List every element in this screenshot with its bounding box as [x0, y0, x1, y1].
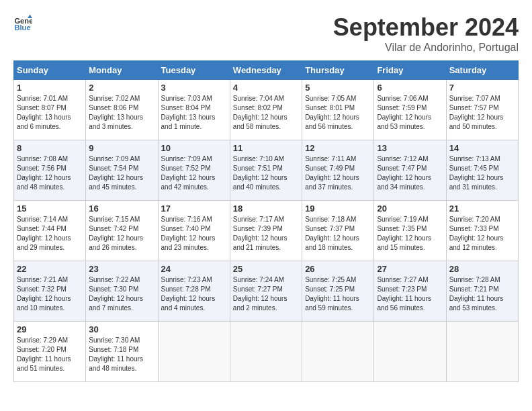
calendar-cell	[374, 322, 446, 382]
title-section: September 2024 Vilar de Andorinho, Portu…	[333, 13, 519, 54]
day-info: Sunrise: 7:18 AMSunset: 7:37 PMDaylight:…	[305, 215, 371, 253]
calendar-week-row: 15 Sunrise: 7:14 AMSunset: 7:44 PMDaylig…	[14, 201, 519, 261]
calendar-cell: 4 Sunrise: 7:04 AMSunset: 8:02 PMDayligh…	[230, 80, 302, 140]
day-number: 23	[89, 264, 154, 274]
calendar-week-row: 8 Sunrise: 7:08 AMSunset: 7:56 PMDayligh…	[14, 140, 519, 201]
calendar-cell: 11 Sunrise: 7:10 AMSunset: 7:51 PMDaylig…	[230, 140, 302, 201]
header-row: Sunday Monday Tuesday Wednesday Thursday…	[14, 61, 519, 80]
calendar-cell: 13 Sunrise: 7:12 AMSunset: 7:47 PMDaylig…	[374, 140, 446, 201]
day-number: 30	[89, 324, 154, 334]
calendar-cell: 21 Sunrise: 7:20 AMSunset: 7:33 PMDaylig…	[446, 201, 518, 261]
day-info: Sunrise: 7:10 AMSunset: 7:51 PMDaylight:…	[233, 154, 299, 192]
day-number: 26	[305, 264, 371, 274]
day-info: Sunrise: 7:30 AMSunset: 7:18 PMDaylight:…	[89, 336, 154, 373]
calendar-cell: 23 Sunrise: 7:22 AMSunset: 7:30 PMDaylig…	[86, 261, 158, 322]
day-number: 8	[17, 143, 83, 153]
day-number: 7	[449, 83, 515, 93]
calendar-cell: 1 Sunrise: 7:01 AMSunset: 8:07 PMDayligh…	[14, 80, 86, 140]
col-thursday: Thursday	[302, 61, 374, 80]
day-number: 2	[89, 83, 154, 93]
calendar-cell: 24 Sunrise: 7:23 AMSunset: 7:28 PMDaylig…	[158, 261, 230, 322]
calendar-cell	[302, 322, 374, 382]
calendar-cell: 14 Sunrise: 7:13 AMSunset: 7:45 PMDaylig…	[446, 140, 518, 201]
col-wednesday: Wednesday	[230, 61, 302, 80]
calendar-cell: 5 Sunrise: 7:05 AMSunset: 8:01 PMDayligh…	[302, 80, 374, 140]
calendar-cell: 30 Sunrise: 7:30 AMSunset: 7:18 PMDaylig…	[86, 322, 158, 382]
day-number: 12	[305, 143, 371, 153]
day-info: Sunrise: 7:07 AMSunset: 7:57 PMDaylight:…	[449, 94, 515, 132]
calendar-cell: 6 Sunrise: 7:06 AMSunset: 7:59 PMDayligh…	[374, 80, 446, 140]
day-info: Sunrise: 7:27 AMSunset: 7:23 PMDaylight:…	[377, 275, 443, 313]
day-number: 3	[161, 83, 227, 93]
calendar-cell	[158, 322, 230, 382]
calendar-cell: 20 Sunrise: 7:19 AMSunset: 7:35 PMDaylig…	[374, 201, 446, 261]
col-monday: Monday	[86, 61, 158, 80]
day-number: 9	[89, 143, 154, 153]
day-info: Sunrise: 7:08 AMSunset: 7:56 PMDaylight:…	[17, 154, 83, 192]
day-info: Sunrise: 7:16 AMSunset: 7:40 PMDaylight:…	[161, 215, 227, 253]
calendar-cell: 19 Sunrise: 7:18 AMSunset: 7:37 PMDaylig…	[302, 201, 374, 261]
calendar-cell: 15 Sunrise: 7:14 AMSunset: 7:44 PMDaylig…	[14, 201, 86, 261]
location-title: Vilar de Andorinho, Portugal	[333, 42, 519, 54]
calendar-cell: 10 Sunrise: 7:09 AMSunset: 7:52 PMDaylig…	[158, 140, 230, 201]
day-number: 27	[377, 264, 443, 274]
day-info: Sunrise: 7:15 AMSunset: 7:42 PMDaylight:…	[89, 215, 154, 253]
calendar-cell: 2 Sunrise: 7:02 AMSunset: 8:06 PMDayligh…	[86, 80, 158, 140]
day-info: Sunrise: 7:23 AMSunset: 7:28 PMDaylight:…	[161, 275, 227, 313]
logo: General Blue General Blue	[13, 13, 32, 32]
day-number: 11	[233, 143, 299, 153]
calendar-cell: 29 Sunrise: 7:29 AMSunset: 7:20 PMDaylig…	[14, 322, 86, 382]
day-number: 15	[17, 203, 83, 214]
day-info: Sunrise: 7:03 AMSunset: 8:04 PMDaylight:…	[161, 94, 227, 132]
calendar-cell: 18 Sunrise: 7:17 AMSunset: 7:39 PMDaylig…	[230, 201, 302, 261]
day-info: Sunrise: 7:21 AMSunset: 7:32 PMDaylight:…	[17, 275, 83, 313]
calendar-table: Sunday Monday Tuesday Wednesday Thursday…	[13, 60, 519, 382]
calendar-cell: 9 Sunrise: 7:09 AMSunset: 7:54 PMDayligh…	[86, 140, 158, 201]
calendar-cell	[230, 322, 302, 382]
day-info: Sunrise: 7:06 AMSunset: 7:59 PMDaylight:…	[377, 94, 443, 132]
day-number: 24	[161, 264, 227, 274]
calendar-cell	[446, 322, 518, 382]
day-number: 25	[233, 264, 299, 274]
col-saturday: Saturday	[446, 61, 518, 80]
calendar-week-row: 22 Sunrise: 7:21 AMSunset: 7:32 PMDaylig…	[14, 261, 519, 322]
day-info: Sunrise: 7:12 AMSunset: 7:47 PMDaylight:…	[377, 154, 443, 192]
day-number: 6	[377, 83, 443, 93]
day-number: 18	[233, 203, 299, 214]
calendar-cell: 8 Sunrise: 7:08 AMSunset: 7:56 PMDayligh…	[14, 140, 86, 201]
day-number: 22	[17, 264, 83, 274]
header: General Blue General Blue September 2024…	[13, 13, 519, 54]
svg-text:Blue: Blue	[14, 24, 30, 32]
day-info: Sunrise: 7:01 AMSunset: 8:07 PMDaylight:…	[17, 94, 83, 132]
calendar-cell: 12 Sunrise: 7:11 AMSunset: 7:49 PMDaylig…	[302, 140, 374, 201]
calendar-cell: 16 Sunrise: 7:15 AMSunset: 7:42 PMDaylig…	[86, 201, 158, 261]
day-number: 17	[161, 203, 227, 214]
day-info: Sunrise: 7:17 AMSunset: 7:39 PMDaylight:…	[233, 215, 299, 253]
col-sunday: Sunday	[14, 61, 86, 80]
day-number: 10	[161, 143, 227, 153]
logo-icon: General Blue	[13, 13, 32, 32]
day-info: Sunrise: 7:02 AMSunset: 8:06 PMDaylight:…	[89, 94, 154, 132]
calendar-cell: 28 Sunrise: 7:28 AMSunset: 7:21 PMDaylig…	[446, 261, 518, 322]
svg-marker-2	[28, 14, 32, 18]
day-number: 4	[233, 83, 299, 93]
day-info: Sunrise: 7:19 AMSunset: 7:35 PMDaylight:…	[377, 215, 443, 253]
day-number: 29	[17, 324, 83, 334]
day-info: Sunrise: 7:22 AMSunset: 7:30 PMDaylight:…	[89, 275, 154, 313]
day-info: Sunrise: 7:13 AMSunset: 7:45 PMDaylight:…	[449, 154, 515, 192]
calendar-cell: 7 Sunrise: 7:07 AMSunset: 7:57 PMDayligh…	[446, 80, 518, 140]
calendar-cell: 25 Sunrise: 7:24 AMSunset: 7:27 PMDaylig…	[230, 261, 302, 322]
day-number: 20	[377, 203, 443, 214]
day-number: 13	[377, 143, 443, 153]
day-info: Sunrise: 7:04 AMSunset: 8:02 PMDaylight:…	[233, 94, 299, 132]
day-number: 16	[89, 203, 154, 214]
day-number: 19	[305, 203, 371, 214]
day-info: Sunrise: 7:25 AMSunset: 7:25 PMDaylight:…	[305, 275, 371, 313]
day-info: Sunrise: 7:28 AMSunset: 7:21 PMDaylight:…	[449, 275, 515, 313]
day-number: 1	[17, 83, 83, 93]
calendar-cell: 3 Sunrise: 7:03 AMSunset: 8:04 PMDayligh…	[158, 80, 230, 140]
calendar-cell: 22 Sunrise: 7:21 AMSunset: 7:32 PMDaylig…	[14, 261, 86, 322]
day-info: Sunrise: 7:11 AMSunset: 7:49 PMDaylight:…	[305, 154, 371, 192]
day-info: Sunrise: 7:09 AMSunset: 7:52 PMDaylight:…	[161, 154, 227, 192]
day-number: 14	[449, 143, 515, 153]
